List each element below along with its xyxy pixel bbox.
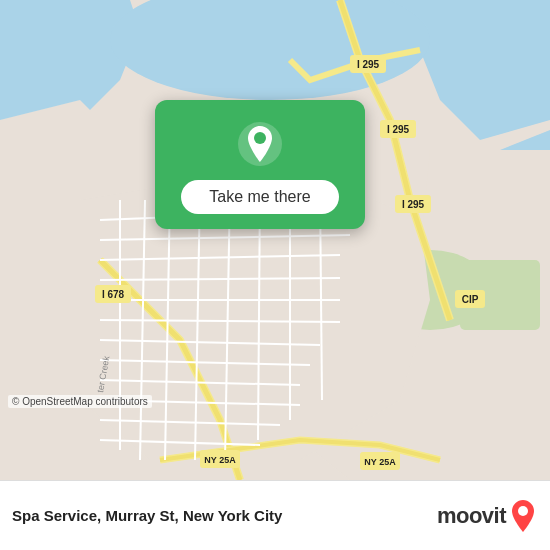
location-name: Spa Service, Murray St, New York City xyxy=(12,507,282,524)
location-pin-icon xyxy=(236,120,284,168)
map-attribution: © OpenStreetMap contributors xyxy=(8,395,152,408)
svg-text:NY 25A: NY 25A xyxy=(204,455,236,465)
svg-text:NY 25A: NY 25A xyxy=(364,457,396,467)
bottom-bar: Spa Service, Murray St, New York City mo… xyxy=(0,480,550,550)
moovit-icon xyxy=(508,498,538,534)
svg-text:I 295: I 295 xyxy=(357,59,380,70)
svg-text:I 678: I 678 xyxy=(102,289,125,300)
map-container: I 678 I 295 I 295 I 295 CIP CIP NY 25A N… xyxy=(0,0,550,480)
svg-text:I 295: I 295 xyxy=(387,124,410,135)
location-card: Take me there xyxy=(155,100,365,229)
map-svg: I 678 I 295 I 295 I 295 CIP CIP NY 25A N… xyxy=(0,0,550,480)
svg-text:I 295: I 295 xyxy=(402,199,425,210)
svg-point-49 xyxy=(254,132,266,144)
take-me-there-button[interactable]: Take me there xyxy=(181,180,338,214)
moovit-logo: moovit xyxy=(437,498,538,534)
svg-point-50 xyxy=(518,506,528,516)
location-info: Spa Service, Murray St, New York City xyxy=(12,507,282,524)
moovit-text: moovit xyxy=(437,503,506,529)
svg-text:CIP: CIP xyxy=(462,294,479,305)
